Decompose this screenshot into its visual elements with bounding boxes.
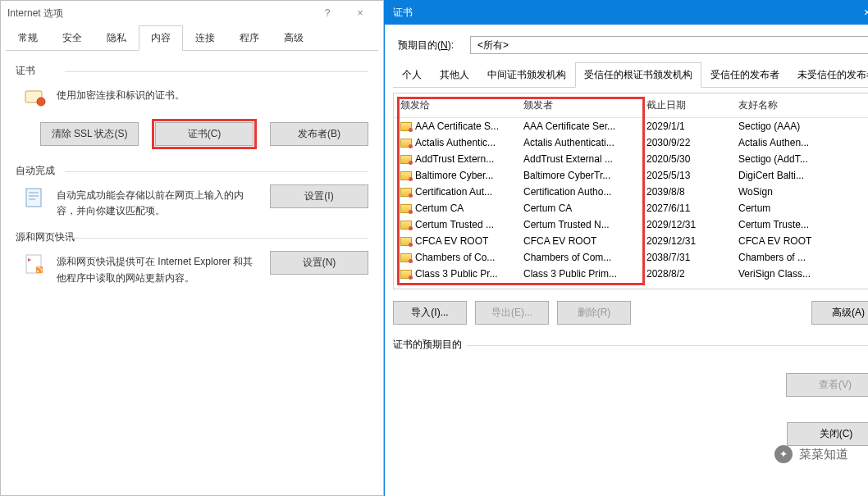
cell-expires: 2029/12/31 bbox=[640, 234, 732, 248]
certificate-icon bbox=[400, 221, 412, 230]
tab-other-people[interactable]: 其他人 bbox=[431, 62, 478, 88]
cell-friendly-name: Sectigo (AAA) bbox=[732, 120, 868, 133]
certificates-button[interactable]: 证书(C) bbox=[155, 122, 254, 146]
feeds-description: 源和网页快讯提供可在 Internet Explorer 和其他程序中读取的网站… bbox=[57, 251, 262, 285]
advanced-button[interactable]: 高级(A) bbox=[811, 301, 868, 325]
clear-ssl-button[interactable]: 清除 SSL 状态(S) bbox=[40, 122, 139, 146]
close-button[interactable]: × bbox=[344, 7, 377, 19]
window-title: Internet 选项 bbox=[7, 7, 311, 20]
titlebar: Internet 选项 ? × bbox=[1, 1, 383, 25]
tab-advanced[interactable]: 高级 bbox=[272, 25, 316, 51]
close-dialog-button[interactable]: 关闭(C) bbox=[787, 422, 868, 446]
certificates-group-label: 证书 bbox=[16, 64, 368, 78]
action-buttons: 导入(I)... 导出(E)... 删除(R) 高级(A) bbox=[393, 301, 868, 325]
close-button[interactable]: × bbox=[849, 6, 868, 19]
svg-rect-2 bbox=[26, 189, 41, 207]
svg-point-8 bbox=[37, 271, 39, 272]
table-row[interactable]: AAA Certificate S...AAA Certificate Ser.… bbox=[394, 118, 868, 134]
cell-issued-to: CFCA EV ROOT bbox=[394, 234, 517, 248]
col-expires[interactable]: 截止日期 bbox=[640, 93, 732, 117]
publishers-button[interactable]: 发布者(B) bbox=[270, 122, 368, 146]
tab-connections[interactable]: 连接 bbox=[183, 25, 227, 51]
cell-friendly-name: Actalis Authen... bbox=[732, 136, 868, 149]
cell-friendly-name: Certum bbox=[732, 202, 868, 215]
cell-friendly-name: WoSign bbox=[732, 185, 868, 198]
feeds-icon bbox=[22, 251, 48, 277]
table-row[interactable]: Certum CACertum CA2027/6/11Certum bbox=[394, 200, 868, 216]
import-button[interactable]: 导入(I)... bbox=[393, 301, 467, 325]
cell-issued-to: Certum CA bbox=[394, 202, 517, 215]
cell-issued-to: Actalis Authentic... bbox=[394, 136, 517, 149]
cert-store-tabs: 个人 其他人 中间证书颁发机构 受信任的根证书颁发机构 受信任的发布者 未受信任… bbox=[393, 62, 868, 88]
help-button[interactable]: ? bbox=[311, 7, 344, 19]
certificates-description: 使用加密连接和标识的证书。 bbox=[57, 84, 368, 103]
table-row[interactable]: Certification Aut...Certification Autho.… bbox=[394, 184, 868, 200]
cell-expires: 2038/7/31 bbox=[640, 251, 732, 264]
certificate-icon bbox=[400, 237, 412, 246]
tab-content[interactable]: 内容 bbox=[139, 25, 183, 51]
tab-security[interactable]: 安全 bbox=[50, 25, 94, 51]
tab-trusted-root-ca[interactable]: 受信任的根证书颁发机构 bbox=[575, 62, 701, 88]
intended-purpose-select[interactable]: <所有> ▾ bbox=[470, 36, 868, 54]
delete-button[interactable]: 删除(R) bbox=[557, 301, 631, 325]
feeds-settings-button[interactable]: 设置(N) bbox=[270, 251, 368, 275]
table-row[interactable]: Chambers of Co...Chambers of Com...2038/… bbox=[394, 249, 868, 266]
feeds-group-label: 源和网页快讯 bbox=[16, 230, 368, 244]
dialog-body: 证书 使用加密连接和标识的证书。 清除 SSL 状态(S) 证书(C) 发布者(… bbox=[1, 51, 383, 306]
tab-general[interactable]: 常规 bbox=[6, 25, 50, 51]
tab-intermediate-ca[interactable]: 中间证书颁发机构 bbox=[478, 62, 575, 88]
intended-purpose-label: 预期目的(N): bbox=[398, 39, 454, 52]
internet-options-dialog: Internet 选项 ? × 常规 安全 隐私 内容 连接 程序 高级 证书 … bbox=[0, 0, 384, 496]
table-row[interactable]: AddTrust Extern...AddTrust External ...2… bbox=[394, 151, 868, 167]
col-issued-by[interactable]: 颁发者 bbox=[517, 93, 640, 117]
window-title: 证书 bbox=[393, 6, 849, 20]
cell-issued-by: Certum Trusted N... bbox=[517, 218, 640, 231]
table-row[interactable]: Certum Trusted ...Certum Trusted N...202… bbox=[394, 216, 868, 233]
cell-issued-by: AddTrust External ... bbox=[517, 152, 640, 166]
col-friendly-name[interactable]: 友好名称 bbox=[732, 93, 868, 117]
autocomplete-description: 自动完成功能会存储以前在网页上输入的内容，并向你建议匹配项。 bbox=[57, 184, 262, 219]
cell-issued-by: Actalis Authenticati... bbox=[517, 136, 640, 149]
table-row[interactable]: Baltimore Cyber...Baltimore CyberTr...20… bbox=[394, 167, 868, 184]
table-row[interactable]: Actalis Authentic...Actalis Authenticati… bbox=[394, 134, 868, 151]
watermark: ✦ 菜菜知道 bbox=[774, 445, 848, 463]
watermark-text: 菜菜知道 bbox=[799, 447, 848, 462]
export-button[interactable]: 导出(E)... bbox=[475, 301, 549, 325]
cell-expires: 2025/5/13 bbox=[640, 169, 732, 182]
view-button[interactable]: 查看(V) bbox=[786, 373, 868, 397]
certificate-icon bbox=[400, 204, 412, 213]
certificate-icon bbox=[400, 122, 412, 131]
cell-expires: 2029/12/31 bbox=[640, 218, 732, 231]
col-issued-to[interactable]: 颁发给 bbox=[394, 93, 517, 117]
cert-purposes-label: 证书的预期目的 bbox=[393, 338, 868, 352]
cell-issued-to: AAA Certificate S... bbox=[394, 120, 517, 133]
certificate-icon bbox=[400, 270, 412, 279]
table-row[interactable]: Class 3 Public Pr...Class 3 Public Prim.… bbox=[394, 266, 868, 282]
table-row[interactable]: CFCA EV ROOTCFCA EV ROOT2029/12/31CFCA E… bbox=[394, 233, 868, 249]
tab-personal[interactable]: 个人 bbox=[393, 62, 431, 88]
cell-issued-by: Chambers of Com... bbox=[517, 251, 640, 264]
svg-point-1 bbox=[37, 98, 45, 106]
cell-friendly-name: DigiCert Balti... bbox=[732, 169, 868, 182]
certificates-table: 颁发给 颁发者 截止日期 友好名称 AAA Certificate S...AA… bbox=[393, 93, 868, 289]
cell-issued-by: Certum CA bbox=[517, 202, 640, 215]
certificate-icon bbox=[400, 188, 412, 197]
cell-friendly-name: VeriSign Class... bbox=[732, 267, 868, 280]
autocomplete-icon bbox=[22, 184, 48, 211]
cell-issued-to: Certum Trusted ... bbox=[394, 218, 517, 231]
titlebar: 证书 × bbox=[385, 0, 868, 25]
cell-issued-by: CFCA EV ROOT bbox=[517, 234, 640, 248]
cell-friendly-name: Certum Truste... bbox=[732, 218, 868, 231]
tab-untrusted-publishers[interactable]: 未受信任的发布者 bbox=[788, 62, 868, 88]
cell-issued-to: Chambers of Co... bbox=[394, 251, 517, 264]
tab-programs[interactable]: 程序 bbox=[227, 25, 272, 51]
autocomplete-settings-button[interactable]: 设置(I) bbox=[270, 184, 368, 208]
tab-trusted-publishers[interactable]: 受信任的发布者 bbox=[701, 62, 788, 88]
cell-issued-to: Certification Aut... bbox=[394, 185, 517, 198]
cell-friendly-name: Sectigo (AddT... bbox=[732, 152, 868, 166]
autocomplete-group-label: 自动完成 bbox=[16, 164, 368, 178]
cell-expires: 2039/8/8 bbox=[640, 185, 732, 198]
certificate-icon bbox=[400, 171, 412, 180]
tab-privacy[interactable]: 隐私 bbox=[94, 25, 139, 51]
cell-friendly-name: CFCA EV ROOT bbox=[732, 234, 868, 248]
